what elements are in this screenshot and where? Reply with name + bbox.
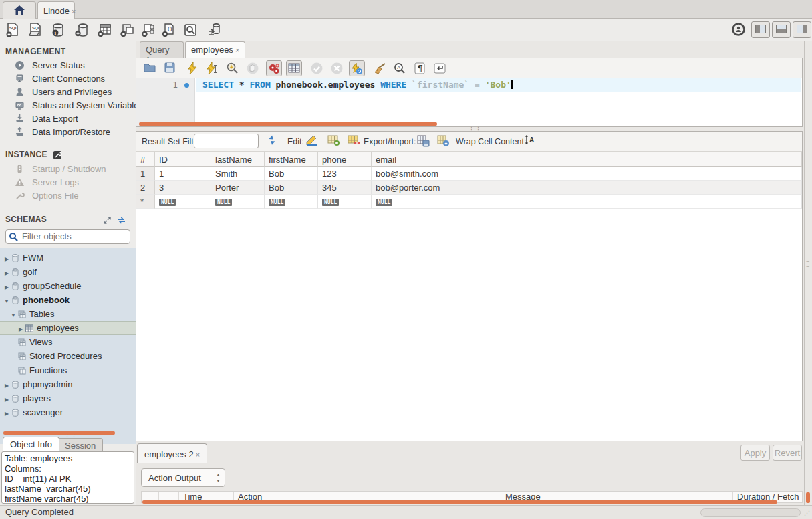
sql-code-line[interactable]: SELECT * FROM phonebook.employees WHERE … (196, 78, 801, 92)
search-table-data-button[interactable] (182, 22, 199, 38)
action-output-vscrollbar[interactable] (806, 492, 810, 503)
sidebar-item-users-and-privileges[interactable]: Users and Privileges (0, 86, 136, 99)
toggle-autocommit-button[interactable] (349, 60, 365, 76)
cell-null[interactable]: NULL (265, 195, 318, 209)
tree-item-players[interactable]: ▶players (0, 391, 136, 405)
tree-item-views[interactable]: Views (0, 335, 136, 349)
toggle-bottom-panel-button[interactable] (772, 21, 791, 38)
sidebar-item-server-logs[interactable]: Server Logs (0, 176, 136, 189)
create-schema-button[interactable] (74, 22, 91, 38)
cell-id[interactable]: 1 (155, 167, 211, 181)
cell-lastname[interactable]: Porter (211, 181, 265, 195)
tree-item-stored-procedures[interactable]: Stored Procedures (0, 349, 136, 363)
stop-query-button[interactable] (245, 60, 261, 76)
bottom-hscrollbar-thumb[interactable] (700, 508, 801, 517)
expander-icon[interactable]: ▶ (17, 323, 25, 336)
create-function-button[interactable]: () (160, 22, 178, 38)
close-icon[interactable]: × (196, 451, 200, 459)
column-header-firstname[interactable]: firstName (265, 152, 318, 167)
wrap-cell-content-icon[interactable]: A (523, 134, 537, 149)
new-query-tab-button[interactable]: SQL (4, 22, 21, 38)
edit-cell-icon[interactable] (305, 134, 319, 149)
sidebar-item-server-status[interactable]: Server Status (0, 59, 136, 72)
cell-phone[interactable]: 123 (318, 167, 372, 181)
tab-query-1[interactable]: Query 1× (140, 41, 184, 58)
sidebar-item-client-connections[interactable]: Client Connections (0, 72, 136, 86)
toggle-stop-on-error-button[interactable] (266, 60, 282, 76)
show-invisibles-button[interactable]: ¶ (412, 60, 428, 76)
tree-item-tables[interactable]: ▼Tables (0, 307, 136, 321)
apply-button[interactable]: Apply (740, 445, 770, 461)
toggle-left-panel-button[interactable] (751, 21, 770, 38)
revert-button[interactable]: Revert (773, 445, 802, 461)
delete-row-icon[interactable] (346, 134, 361, 149)
expander-icon[interactable]: ▼ (9, 308, 17, 322)
tree-item-employees[interactable]: ▶employees (0, 321, 136, 335)
tree-item-groupschedule[interactable]: ▶groupSchedule (0, 279, 136, 293)
column-header-lastname[interactable]: lastName (211, 152, 265, 167)
result-filter-input[interactable] (194, 134, 259, 148)
reconnect-dbms-button[interactable] (206, 22, 223, 38)
cell-null[interactable]: NULL (155, 195, 211, 209)
tree-item-functions[interactable]: Functions (0, 363, 136, 377)
toggle-wrap-button[interactable] (432, 60, 448, 76)
expander-icon[interactable]: ▶ (3, 393, 11, 407)
execute-all-button[interactable] (184, 60, 200, 76)
spinner-arrows-icon[interactable]: ▲▼ (216, 472, 221, 484)
cell-firstname[interactable]: Bob (265, 181, 318, 195)
editor-hscrollbar[interactable] (139, 122, 437, 126)
tab-employees[interactable]: employees× (185, 41, 245, 58)
column-header-rownum[interactable]: # (136, 152, 155, 167)
limit-rows-button[interactable] (286, 60, 302, 76)
add-row-icon[interactable] (326, 134, 341, 149)
refresh-resultset-icon[interactable] (265, 134, 279, 149)
column-header-id[interactable]: ID (155, 152, 211, 167)
right-splitter-handle[interactable]: == (806, 257, 810, 270)
cell-email[interactable]: bob@smith.com (372, 167, 802, 181)
close-icon[interactable]: × (235, 46, 239, 54)
cell-id[interactable]: 3 (155, 181, 211, 195)
refresh-schemas-icon[interactable] (116, 216, 126, 225)
expand-panel-icon[interactable] (103, 216, 112, 225)
column-header-phone[interactable]: phone (318, 152, 372, 167)
column-header-email[interactable]: email (372, 152, 802, 167)
expander-icon[interactable]: ▶ (3, 280, 11, 294)
clear-query-button[interactable] (372, 60, 388, 76)
cell-lastname[interactable]: Smith (211, 167, 265, 181)
resize-grip-icon[interactable]: ⋰ (804, 510, 811, 516)
row-number-cell[interactable]: 2 (136, 181, 155, 195)
find-panel-button[interactable]: A (392, 60, 408, 76)
inspect-database-button[interactable]: i (49, 22, 67, 38)
tree-item-phonebook[interactable]: ▼phonebook (0, 293, 136, 307)
save-script-button[interactable] (162, 60, 178, 76)
expander-icon[interactable]: ▶ (3, 379, 11, 393)
commit-button[interactable] (309, 60, 325, 76)
create-procedure-button[interactable] (140, 22, 158, 38)
tab-object-info[interactable]: Object Info (3, 437, 59, 451)
row-number-cell[interactable]: 1 (136, 167, 155, 181)
sidebar-item-status-system-variables[interactable]: Status and System Variables (0, 99, 136, 112)
export-resultset-icon[interactable] (416, 134, 430, 149)
cell-null[interactable]: NULL (211, 195, 265, 209)
connection-tab[interactable]: Linode× (37, 1, 75, 19)
action-output-hscrollbar[interactable] (142, 500, 777, 504)
tab-employees-2[interactable]: employees 2× (137, 443, 207, 463)
sidebar-item-data-import-restore[interactable]: Data Import/Restore (0, 126, 136, 139)
rollback-button[interactable] (329, 60, 345, 76)
schema-filter-input[interactable] (22, 231, 129, 241)
sidebar-item-data-export[interactable]: Data Export (0, 112, 136, 126)
cell-firstname[interactable]: Bob (265, 167, 318, 181)
tree-item-phpmyadmin[interactable]: ▶phpmyadmin (0, 377, 136, 391)
import-records-icon[interactable] (436, 134, 450, 149)
table-row[interactable]: 2 3 Porter Bob 345 bob@porter.com (136, 181, 802, 195)
table-row-new[interactable]: * NULL NULL NULL NULL NULL (136, 195, 802, 209)
toggle-right-panel-button[interactable] (793, 21, 811, 38)
expander-icon[interactable]: ▶ (3, 407, 11, 421)
expander-icon[interactable]: ▶ (3, 266, 11, 280)
expander-icon[interactable]: ▼ (3, 294, 11, 308)
tree-item-scavenger[interactable]: ▶scavenger (0, 405, 136, 419)
close-icon[interactable]: × (72, 7, 76, 15)
user-circle-icon[interactable] (730, 22, 747, 38)
create-view-button[interactable] (119, 22, 136, 38)
table-row[interactable]: 1 1 Smith Bob 123 bob@smith.com (136, 167, 802, 181)
